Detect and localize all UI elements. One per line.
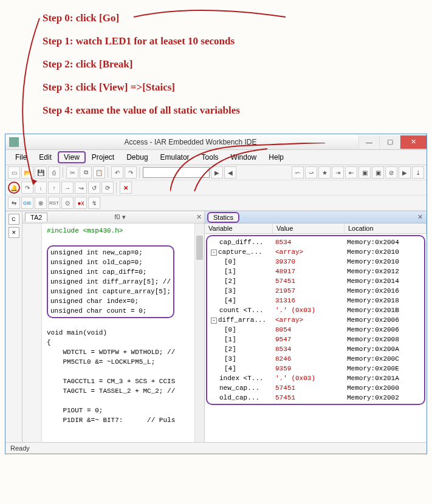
code-gutter [22, 223, 42, 442]
strip-tab-x[interactable]: ✕ [9, 227, 19, 238]
minimize-button[interactable]: — [358, 135, 379, 149]
statics-val-cell: '.' (0x03) [275, 305, 347, 315]
gie-icon[interactable]: GIE [21, 197, 33, 209]
statics-loc-cell: Memory:0x2008 [347, 335, 424, 344]
col-variable[interactable]: Variable [205, 223, 273, 233]
statics-row[interactable]: [1]9547Memory:0x2008 [207, 335, 424, 344]
tree-toggle-icon[interactable]: - [211, 318, 217, 324]
code-body[interactable]: #include <msp430.h> unsigned int new_cap… [22, 223, 204, 442]
statics-row[interactable]: -capture_...<array>Memory:0x2010 [207, 247, 424, 257]
toolbar-row-3: ⇆ GIE ⊗ RST ⊙ ●x ↯ [5, 196, 427, 211]
statics-table: Variable Value Location cap_diff...8534M… [205, 223, 427, 442]
statics-val-cell: 57451 [275, 276, 347, 286]
annotation-overlay: Step 0: click [Go] Step 1: watch LED1 fo… [0, 0, 432, 134]
break-icon[interactable]: ✕ [120, 182, 132, 194]
statics-row[interactable]: [3]8246Memory:0x200C [207, 354, 424, 364]
statics-tab[interactable]: Statics [207, 212, 239, 223]
statics-val-cell: 9547 [275, 335, 347, 344]
undo-icon[interactable]: ↶ [111, 166, 123, 179]
autostep-icon[interactable]: ⟳ [101, 182, 114, 194]
code-body-text: void main(void) { WDTCTL = WDTPW + WDTHO… [47, 329, 175, 424]
tool-c-icon[interactable]: ⊙ [61, 197, 74, 209]
statics-var-cell: [1] [207, 335, 275, 344]
speech-connector [170, 143, 328, 191]
scroll-thumb[interactable] [196, 236, 203, 260]
step-3: Step 3: click [View] =>[Staics] [43, 81, 420, 94]
statics-val-cell: 21957 [275, 286, 347, 296]
strip-tab-c[interactable]: C [9, 214, 19, 225]
statics-close-icon[interactable]: ✕ [417, 213, 423, 221]
statics-row[interactable]: cap_diff...8534Memory:0x2004 [207, 237, 424, 247]
tool-e-icon[interactable]: ↯ [88, 197, 100, 209]
separator [63, 167, 64, 178]
statics-val-cell: 8054 [275, 325, 347, 335]
nav-icon-2[interactable]: ⇤ [345, 166, 357, 179]
paste-icon[interactable]: 📋 [93, 166, 105, 179]
menu-debug[interactable]: Debug [120, 151, 154, 163]
tool-b-icon[interactable]: ⊗ [35, 197, 47, 209]
statics-loc-cell: Memory:0x200E [347, 364, 424, 373]
statusbar: Ready [5, 442, 427, 454]
rst-icon[interactable]: RST [48, 197, 60, 209]
statics-row[interactable]: [2]8534Memory:0x200A [207, 344, 424, 354]
statics-loc-cell: Memory:0x2014 [347, 276, 424, 286]
maximize-button[interactable]: ▢ [379, 135, 400, 149]
step-4: Step 4: exame the value of all static va… [43, 104, 420, 117]
statics-var-cell: [0] [207, 257, 275, 267]
declarations-highlight: unsigned int new_cap=0; unsigned int old… [47, 245, 174, 318]
close-button[interactable]: ✕ [400, 135, 427, 149]
statics-row[interactable]: index <T...'.' (0x03)Memory:0x201A [207, 373, 424, 383]
statics-var-cell: cap_diff... [207, 237, 275, 247]
code-pane-close-icon[interactable]: ✕ [196, 213, 202, 221]
col-value[interactable]: Value [273, 223, 345, 233]
statics-row[interactable]: [0]8054Memory:0x2006 [207, 325, 424, 335]
statics-var-cell: -diff_arra... [207, 315, 275, 325]
copy-icon[interactable]: ⧉ [80, 166, 92, 179]
redo-icon[interactable]: ↷ [125, 166, 137, 179]
statics-var-cell: [4] [207, 296, 275, 305]
statics-val-cell: 31316 [275, 296, 347, 305]
statics-var-cell: old_cap... [207, 393, 275, 403]
tool-d-icon[interactable]: ●x [75, 197, 87, 209]
statics-row[interactable]: old_cap...57451Memory:0x2002 [207, 393, 424, 403]
step-2: Step 2: click [Break] [43, 58, 420, 70]
statics-row[interactable]: [2]57451Memory:0x2014 [207, 276, 424, 286]
statics-var-cell: [2] [207, 344, 275, 354]
statics-loc-cell: Memory:0x2010 [347, 257, 424, 267]
cut-icon[interactable]: ✂ [66, 166, 78, 179]
code-tab[interactable]: TA2 [25, 213, 47, 222]
menu-view[interactable]: View [58, 151, 86, 163]
statics-row[interactable]: count <T...'.' (0x03)Memory:0x201B [207, 305, 424, 315]
statics-row[interactable]: [0]39370Memory:0x2010 [207, 257, 424, 267]
statics-row[interactable]: [4]31316Memory:0x2018 [207, 296, 424, 305]
nav-icon[interactable]: ⇥ [332, 166, 344, 179]
col-location[interactable]: Location [345, 223, 427, 233]
statics-row[interactable]: [4]9359Memory:0x200E [207, 364, 424, 373]
statics-val-cell: 8246 [275, 354, 347, 364]
statics-loc-cell: Memory:0x2018 [347, 296, 424, 305]
next-stmt-icon[interactable]: ↝ [75, 182, 87, 194]
debug-go-icon[interactable]: ⤓ [412, 166, 424, 179]
statics-row[interactable]: [1]48917Memory:0x2012 [207, 267, 424, 276]
statics-val-cell: <array> [275, 315, 347, 325]
function-combo[interactable]: f0 ▾ [115, 213, 126, 221]
stop-build-icon[interactable]: ⊘ [385, 166, 397, 179]
statics-row[interactable]: new_cap...57451Memory:0x2000 [207, 383, 424, 393]
statics-val-cell: 8534 [275, 344, 347, 354]
compile-icon[interactable]: ▣ [358, 166, 371, 179]
statics-loc-cell: Memory:0x201B [347, 305, 424, 315]
tree-toggle-icon[interactable]: - [211, 250, 217, 256]
run-to-icon[interactable]: → [61, 182, 74, 194]
statics-columns: Variable Value Location [205, 223, 427, 234]
statics-row[interactable]: -diff_arra...<array>Memory:0x2006 [207, 315, 424, 325]
make-icon[interactable]: ▣ [372, 166, 384, 179]
tool-a-icon[interactable]: ⇆ [8, 197, 20, 209]
statics-val-cell: 57451 [275, 383, 347, 393]
statics-loc-cell: Memory:0x2006 [347, 315, 424, 325]
code-scrollbar[interactable] [194, 223, 204, 442]
reset-icon[interactable]: ↺ [88, 182, 100, 194]
menu-project[interactable]: Project [86, 151, 120, 163]
statics-row[interactable]: [3]21957Memory:0x2016 [207, 286, 424, 296]
code-text[interactable]: #include <msp430.h> unsigned int new_cap… [22, 223, 204, 427]
debug-icon[interactable]: ▶ [399, 166, 411, 179]
